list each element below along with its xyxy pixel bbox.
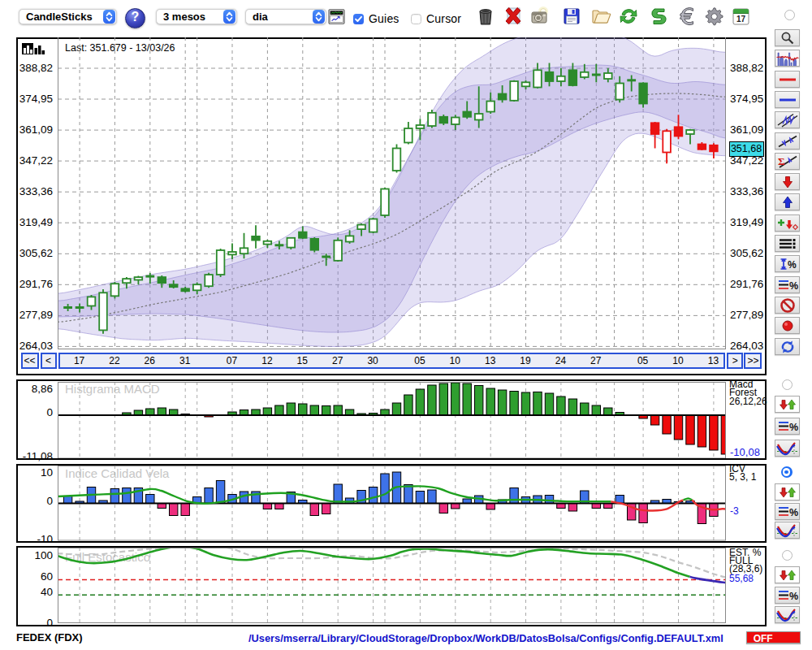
- svg-text:%: %: [789, 507, 798, 518]
- svg-text:Σ: Σ: [778, 155, 785, 167]
- svg-text:%: %: [789, 591, 798, 602]
- svg-text:%: %: [789, 422, 798, 433]
- svg-text:%: %: [789, 280, 798, 292]
- svg-text:%: %: [788, 259, 797, 271]
- svg-text:17: 17: [736, 15, 746, 24]
